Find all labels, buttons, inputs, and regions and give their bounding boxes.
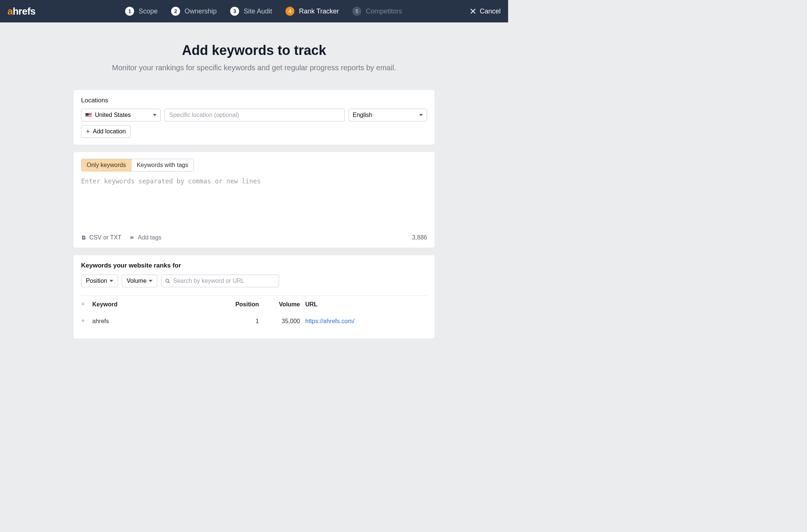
cell-url-link[interactable]: https://ahrefs.com/ <box>305 318 355 324</box>
upload-csv-label: CSV or TXT <box>89 234 121 241</box>
svg-line-3 <box>168 282 170 283</box>
table-header: + Keyword Position Volume URL <box>81 296 427 313</box>
close-icon <box>470 8 476 14</box>
add-tags-button[interactable]: Add tags <box>130 234 161 241</box>
keywords-card: Only keywords Keywords with tags CSV or … <box>74 152 435 248</box>
plus-icon: + <box>86 128 90 135</box>
brand-logo-a: a <box>7 6 13 17</box>
svg-point-2 <box>166 279 169 282</box>
cancel-button[interactable]: Cancel <box>470 7 501 15</box>
toggle-only-keywords[interactable]: Only keywords <box>81 159 131 171</box>
country-value: United States <box>95 112 131 118</box>
keyword-mode-toggle: Only keywords Keywords with tags <box>81 159 194 171</box>
language-value: English <box>353 112 372 118</box>
keyword-search-wrap[interactable] <box>161 275 279 287</box>
step-number: 5 <box>352 7 361 16</box>
ranking-keywords-title: Keywords your website ranks for <box>81 262 427 269</box>
language-select[interactable]: English <box>349 109 427 121</box>
cancel-label: Cancel <box>480 7 501 15</box>
step-ownership[interactable]: 2 Ownership <box>171 7 217 16</box>
chevron-down-icon <box>153 114 157 116</box>
tag-icon <box>130 235 135 240</box>
top-nav: ahrefs 1 Scope 2 Ownership 3 Site Audit … <box>0 0 508 22</box>
volume-filter-label: Volume <box>127 278 146 284</box>
upload-csv-button[interactable]: CSV or TXT <box>81 234 121 241</box>
step-label: Ownership <box>185 7 217 15</box>
position-filter-label: Position <box>86 278 107 284</box>
brand-logo-rest: hrefs <box>13 6 35 17</box>
step-site-audit[interactable]: 3 Site Audit <box>230 7 272 16</box>
position-filter[interactable]: Position <box>81 275 118 287</box>
step-label: Site Audit <box>244 7 272 15</box>
add-tags-label: Add tags <box>138 234 161 241</box>
country-select[interactable]: United States <box>81 109 161 121</box>
col-position: Position <box>223 301 264 308</box>
col-volume: Volume <box>264 301 305 308</box>
volume-filter[interactable]: Volume <box>122 275 157 287</box>
add-row-icon[interactable]: + <box>81 317 92 325</box>
flag-us-icon <box>85 113 92 117</box>
step-label: Competitors <box>366 7 402 15</box>
cell-url: https://ahrefs.com/ <box>305 318 427 325</box>
step-number: 4 <box>285 7 294 16</box>
page-header: Add keywords to track Monitor your ranki… <box>0 22 508 80</box>
step-number: 2 <box>171 7 180 16</box>
keywords-textarea[interactable] <box>81 177 427 230</box>
step-competitors[interactable]: 5 Competitors <box>352 7 402 16</box>
page-title: Add keywords to track <box>7 43 501 58</box>
col-add[interactable]: + <box>81 300 92 308</box>
col-url: URL <box>305 301 427 308</box>
step-scope[interactable]: 1 Scope <box>125 7 158 16</box>
chevron-down-icon <box>109 280 113 282</box>
upload-icon <box>81 235 86 240</box>
cell-volume: 35,000 <box>264 318 305 325</box>
chevron-down-icon <box>419 114 423 116</box>
add-location-button[interactable]: + Add location <box>81 125 131 138</box>
step-number: 1 <box>125 7 134 16</box>
toggle-keywords-with-tags[interactable]: Keywords with tags <box>131 159 194 171</box>
brand-logo: ahrefs <box>7 6 35 17</box>
locations-card: Locations United States English + Add lo… <box>74 90 435 145</box>
step-label: Rank Tracker <box>299 7 339 15</box>
specific-location-input[interactable] <box>164 109 345 121</box>
keywords-card-footer: CSV or TXT Add tags 3,886 <box>74 231 435 248</box>
ranking-keywords-card: Keywords your website ranks for Position… <box>74 255 435 338</box>
search-icon <box>165 278 170 284</box>
step-number: 3 <box>230 7 239 16</box>
chevron-down-icon <box>149 280 152 282</box>
cell-keyword: ahrefs <box>92 318 223 325</box>
table-row: + ahrefs 1 35,000 https://ahrefs.com/ <box>81 313 427 330</box>
wizard-steps: 1 Scope 2 Ownership 3 Site Audit 4 Rank … <box>125 7 402 16</box>
step-label: Scope <box>139 7 158 15</box>
locations-label: Locations <box>81 97 427 104</box>
col-keyword: Keyword <box>92 301 223 308</box>
step-rank-tracker[interactable]: 4 Rank Tracker <box>285 7 339 16</box>
keyword-count: 3,886 <box>412 234 427 241</box>
add-location-label: Add location <box>93 128 126 135</box>
page-subtitle: Monitor your rankings for specific keywo… <box>7 64 501 72</box>
ranking-table: + Keyword Position Volume URL + ahrefs 1… <box>81 296 427 330</box>
keyword-search-input[interactable] <box>173 278 275 284</box>
cell-position: 1 <box>223 318 264 325</box>
